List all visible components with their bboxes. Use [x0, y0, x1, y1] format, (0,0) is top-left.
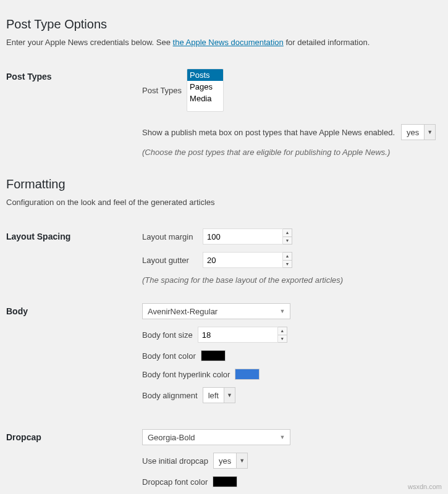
section-heading-post-type-options: Post Type Options — [6, 17, 442, 31]
post-types-hint: (Choose the post types that are eligible… — [142, 148, 442, 157]
body-link-color-label: Body font hyperlink color — [142, 370, 230, 379]
dropcap-font-color-swatch[interactable] — [213, 476, 237, 487]
layout-margin-stepper[interactable]: ▲ ▼ — [283, 228, 292, 245]
use-dropcap-value: yes — [214, 453, 236, 468]
layout-margin-input[interactable] — [203, 228, 283, 245]
body-font-select[interactable]: AvenirNext-Regular ▼ — [142, 303, 290, 319]
row-label-body: Body — [6, 294, 142, 420]
post-types-multiselect[interactable]: Posts Pages Media — [187, 69, 224, 112]
use-dropcap-select[interactable]: yes ▼ — [213, 453, 248, 469]
dropcap-font-select[interactable]: Georgia-Bold ▼ — [142, 429, 290, 445]
body-font-color-swatch[interactable] — [201, 350, 226, 361]
dropcap-font-color-label: Dropcap font color — [142, 477, 208, 487]
chevron-up-icon: ▲ — [278, 327, 287, 335]
publish-metabox-value: yes — [402, 125, 424, 140]
row-label-layout-spacing: Layout Spacing — [6, 219, 142, 294]
chevron-down-icon: ▼ — [424, 125, 435, 140]
publish-metabox-select[interactable]: yes ▼ — [401, 124, 436, 140]
section-heading-formatting: Formatting — [6, 177, 442, 191]
chevron-down-icon: ▼ — [236, 453, 247, 468]
body-alignment-select[interactable]: left ▼ — [203, 387, 235, 403]
layout-gutter-stepper[interactable]: ▲ ▼ — [283, 252, 292, 268]
chevron-down-icon: ▼ — [283, 261, 292, 268]
body-link-color-swatch[interactable] — [235, 369, 260, 380]
use-dropcap-label: Use initial dropcap — [142, 456, 208, 466]
layout-gutter-label: Layout gutter — [142, 256, 198, 265]
chevron-up-icon: ▲ — [283, 229, 292, 237]
dropcap-font-value: Georgia-Bold — [143, 430, 200, 445]
intro-text-pre: Enter your Apple News credentials below.… — [6, 38, 173, 47]
body-font-size-stepper[interactable]: ▲ ▼ — [278, 327, 287, 343]
body-alignment-label: Body alignment — [142, 391, 198, 400]
chevron-down-icon: ▼ — [283, 237, 292, 245]
body-font-size-label: Body font size — [142, 330, 193, 340]
body-font-size-input[interactable] — [198, 327, 278, 343]
chevron-down-icon: ▼ — [278, 335, 287, 343]
layout-margin-label: Layout margin — [142, 232, 198, 241]
row-label-dropcap: Dropcap — [6, 420, 142, 494]
chevron-down-icon: ▼ — [275, 430, 290, 445]
watermark: wsxdn.com — [408, 483, 442, 490]
layout-gutter-input[interactable] — [203, 252, 283, 268]
formatting-description: Configuration on the look and feel of th… — [6, 198, 442, 207]
apple-news-documentation-link[interactable]: the Apple News documentation — [173, 38, 284, 47]
row-label-post-types: Post Types — [6, 59, 142, 166]
body-font-value: AvenirNext-Regular — [143, 304, 222, 319]
layout-hint: (The spacing for the base layout of the … — [142, 275, 442, 285]
post-types-option-pages[interactable]: Pages — [187, 81, 223, 93]
post-types-multiselect-label: Post Types — [142, 86, 182, 95]
body-alignment-value: left — [203, 388, 224, 403]
intro-text-post: for detailed information. — [284, 38, 370, 47]
post-types-option-media[interactable]: Media — [187, 93, 223, 104]
chevron-up-icon: ▲ — [283, 253, 292, 261]
post-types-option-posts[interactable]: Posts — [187, 69, 223, 81]
body-font-color-label: Body font color — [142, 351, 196, 361]
chevron-down-icon: ▼ — [275, 304, 290, 319]
chevron-down-icon: ▼ — [224, 388, 235, 403]
publish-metabox-label: Show a publish meta box on post types th… — [142, 128, 395, 137]
post-type-options-description: Enter your Apple News credentials below.… — [6, 38, 442, 47]
